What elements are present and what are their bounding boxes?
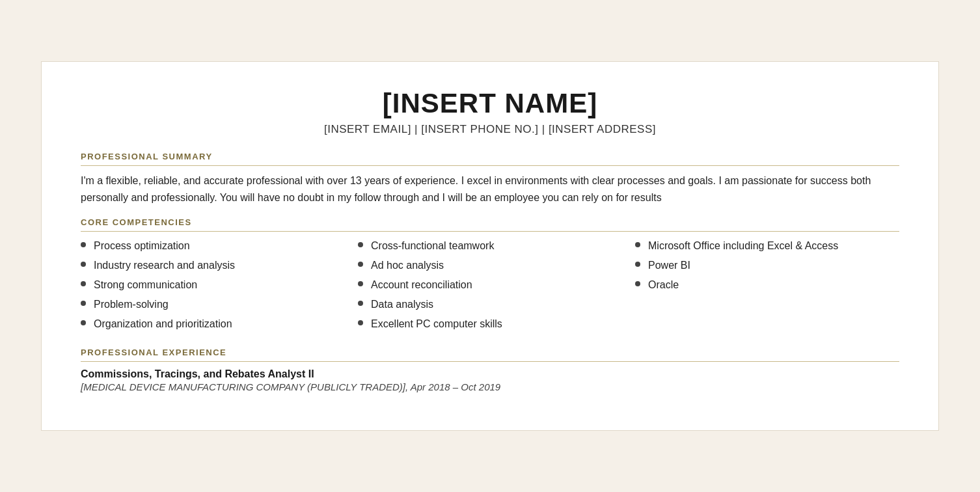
competencies-divider (81, 231, 899, 232)
bullet-icon (635, 281, 640, 286)
candidate-name: [INSERT NAME] (81, 88, 899, 119)
summary-divider (81, 165, 899, 166)
list-item: Power BI (635, 258, 899, 273)
competencies-grid: Process optimization Industry research a… (81, 238, 899, 336)
competency-column-2: Cross-functional teamwork Ad hoc analysi… (358, 238, 622, 336)
list-item: Organization and prioritization (81, 316, 345, 332)
core-competencies-title: CORE COMPETENCIES (81, 217, 899, 227)
professional-summary-section: PROFESSIONAL SUMMARY I'm a flexible, rel… (81, 152, 899, 206)
bullet-icon (81, 242, 86, 247)
summary-text: I'm a flexible, reliable, and accurate p… (81, 172, 899, 206)
bullet-icon (81, 320, 86, 325)
professional-experience-title: PROFESSIONAL EXPERIENCE (81, 348, 899, 357)
list-item: Oracle (635, 277, 899, 293)
bullet-icon (358, 320, 363, 325)
competency-column-3: Microsoft Office including Excel & Acces… (635, 238, 899, 336)
job-title: Commissions, Tracings, and Rebates Analy… (81, 368, 899, 380)
bullet-icon (358, 262, 363, 267)
resume-container: [INSERT NAME] [INSERT EMAIL] | [INSERT P… (41, 61, 939, 431)
bullet-icon (635, 262, 640, 267)
list-item: Excellent PC computer skills (358, 316, 622, 332)
list-item: Data analysis (358, 297, 622, 312)
list-item: Process optimization (81, 238, 345, 254)
professional-summary-title: PROFESSIONAL SUMMARY (81, 152, 899, 161)
list-item: Account reconciliation (358, 277, 622, 293)
list-item: Strong communication (81, 277, 345, 293)
core-competencies-section: CORE COMPETENCIES Process optimization I… (81, 217, 899, 336)
contact-info: [INSERT EMAIL] | [INSERT PHONE NO.] | [I… (81, 123, 899, 136)
bullet-icon (635, 242, 640, 247)
bullet-icon (81, 262, 86, 267)
list-item: Problem-solving (81, 297, 345, 312)
professional-experience-section: PROFESSIONAL EXPERIENCE Commissions, Tra… (81, 348, 899, 392)
experience-divider (81, 361, 899, 362)
bullet-icon (358, 242, 363, 247)
bullet-icon (81, 281, 86, 286)
list-item: Ad hoc analysis (358, 258, 622, 273)
job-company: [MEDICAL DEVICE MANUFACTURING COMPANY (P… (81, 381, 899, 392)
bullet-icon (358, 281, 363, 286)
list-item: Microsoft Office including Excel & Acces… (635, 238, 899, 254)
bullet-icon (358, 301, 363, 306)
competency-column-1: Process optimization Industry research a… (81, 238, 345, 336)
bullet-icon (81, 301, 86, 306)
header: [INSERT NAME] [INSERT EMAIL] | [INSERT P… (81, 88, 899, 136)
list-item: Industry research and analysis (81, 258, 345, 273)
list-item: Cross-functional teamwork (358, 238, 622, 254)
